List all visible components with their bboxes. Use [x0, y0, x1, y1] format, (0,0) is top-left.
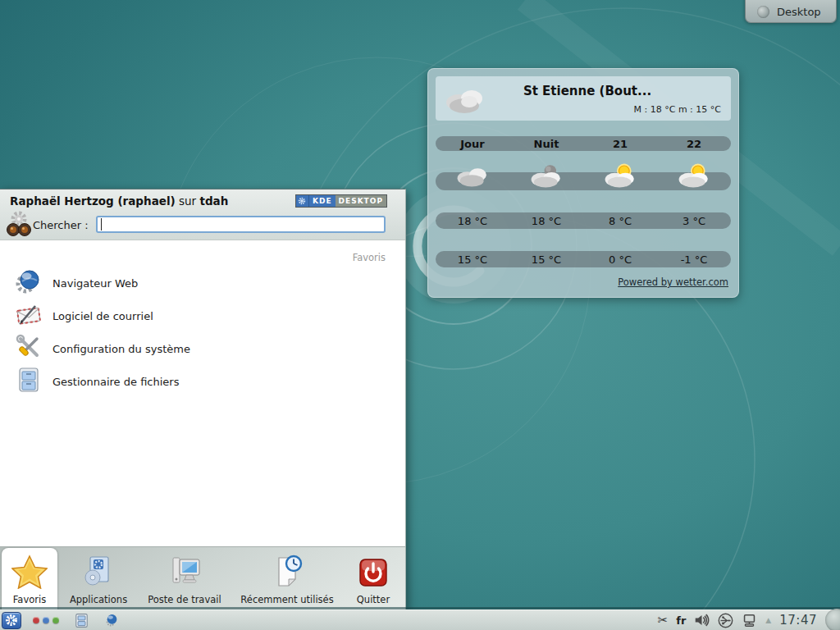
file-manager-icon: [74, 613, 89, 628]
kickoff-tab-strip: Favoris Applications: [0, 546, 405, 610]
panel-toolbox-cashew[interactable]: [825, 609, 840, 630]
weather-col-label: Nuit: [509, 138, 583, 150]
web-browser-icon: [15, 267, 43, 299]
pager-dot-icon: [33, 617, 39, 623]
system-tray: ✂ fr: [658, 609, 838, 630]
tab-label: Quitter: [357, 594, 390, 605]
badge-desktop-label: DESKTOP: [336, 195, 386, 207]
web-browser-launcher[interactable]: [104, 613, 119, 628]
temp-value: 3 °C: [657, 215, 731, 227]
temp-value: 0 °C: [583, 253, 657, 266]
weather-day-temps: 18 °C 18 °C 8 °C 3 °C: [436, 212, 731, 229]
weather-location-title: St Etienne (Bout...: [493, 84, 682, 98]
network-monitor-icon[interactable]: [742, 614, 757, 628]
weather-header: St Etienne (Bout... M : 18 °C m : 15 °C: [436, 76, 731, 121]
system-settings-icon: [15, 333, 43, 364]
temp-value: 18 °C: [436, 215, 509, 227]
menu-item-file-manager[interactable]: Gestionnaire de fichiers: [0, 365, 402, 398]
menu-item-label: Configuration du système: [52, 343, 190, 355]
desktop-folder-widget[interactable]: Desktop: [745, 0, 837, 23]
tab-label: Récemment utilisés: [240, 594, 333, 605]
menu-item-web-browser[interactable]: Navigateur Web: [0, 267, 402, 299]
kde-gear-icon: [296, 195, 308, 207]
cloudy-night-icon: [509, 172, 583, 190]
svg-text:K: K: [9, 617, 14, 624]
tab-applications[interactable]: Applications: [57, 547, 139, 610]
bottom-panel: K ✂ fr: [0, 609, 840, 630]
computer-icon: [167, 555, 203, 592]
weather-column-headers: Jour Nuit 21 22: [436, 136, 731, 151]
menu-item-label: Gestionnaire de fichiers: [52, 376, 179, 388]
device-notifier-usb-icon[interactable]: [718, 613, 733, 628]
user-connector: sur: [176, 194, 200, 208]
temp-value: 18 °C: [509, 215, 583, 227]
desktop-folder-title: Desktop: [777, 6, 821, 18]
menu-item-mail[interactable]: Logiciel de courriel: [0, 299, 402, 332]
kickoff-header: Raphaël Hertzog (raphael) sur tdah KDE D…: [0, 189, 405, 240]
volume-icon[interactable]: [694, 614, 710, 627]
weather-minmax: M : 18 °C m : 15 °C: [634, 104, 721, 115]
keyboard-layout-indicator[interactable]: fr: [676, 614, 686, 627]
file-manager-icon: [15, 366, 43, 397]
badge-kde-label: KDE: [308, 195, 336, 207]
power-icon: [357, 556, 390, 592]
temp-value: -1 °C: [657, 253, 731, 266]
menu-item-label: Navigateur Web: [52, 277, 138, 290]
kmenu-launcher-button[interactable]: K: [2, 612, 21, 629]
weather-night-temps: 15 °C 15 °C 0 °C -1 °C: [436, 251, 731, 267]
cloudy-icon: [436, 172, 509, 190]
activity-pager[interactable]: [33, 617, 59, 623]
search-input[interactable]: [96, 216, 386, 233]
menu-item-system-settings[interactable]: Configuration du système: [0, 332, 402, 365]
weather-credit-link[interactable]: Powered by wetter.com: [618, 276, 728, 288]
kickoff-user-line: Raphaël Hertzog (raphael) sur tdah: [10, 194, 228, 208]
kde-gear-icon: K: [5, 614, 18, 627]
pager-dot-icon: [52, 617, 59, 623]
weather-col-label: Jour: [436, 138, 509, 150]
temp-value: 15 °C: [436, 253, 509, 266]
recent-documents-icon: [269, 555, 305, 592]
weather-col-label: 21: [583, 138, 657, 150]
applications-icon: [80, 555, 116, 592]
tab-label: Poste de travail: [148, 594, 221, 605]
temp-value: 8 °C: [583, 215, 657, 227]
search-binoculars-icon: [5, 210, 33, 241]
tab-recemment-utilises[interactable]: Récemment utilisés: [230, 547, 345, 610]
partly-sunny-icon: [657, 172, 731, 190]
host-name: tdah: [199, 194, 228, 208]
clipboard-scissors-icon[interactable]: ✂: [658, 613, 669, 628]
web-browser-icon: [104, 613, 119, 628]
tab-poste-de-travail[interactable]: Poste de travail: [139, 547, 230, 610]
tab-favoris[interactable]: Favoris: [2, 548, 57, 610]
favorites-section-label: Favoris: [353, 252, 386, 263]
file-manager-launcher[interactable]: [74, 613, 89, 628]
weather-widget: St Etienne (Bout... M : 18 °C m : 15 °C …: [427, 68, 739, 298]
tab-quitter[interactable]: Quitter: [345, 547, 402, 610]
star-icon: [11, 555, 48, 592]
kickoff-menu: Raphaël Hertzog (raphael) sur tdah KDE D…: [0, 189, 406, 610]
cloudy-icon: [442, 83, 488, 119]
mail-icon: [15, 300, 43, 331]
user-name: Raphaël Hertzog (raphael): [10, 194, 176, 208]
kickoff-content: Favoris Navigateur Web: [0, 240, 405, 546]
search-label: Chercher :: [33, 219, 89, 231]
digital-clock[interactable]: 17:47: [779, 613, 817, 628]
weather-col-label: 22: [657, 138, 731, 150]
tray-expand-arrow-icon[interactable]: ▲: [765, 616, 771, 624]
weather-condition-row: [436, 172, 731, 190]
pager-dot-icon: [43, 617, 49, 623]
tab-label: Favoris: [13, 594, 46, 605]
kde-desktop-badge: KDE DESKTOP: [295, 194, 387, 208]
text-caret: [101, 218, 102, 231]
partly-sunny-icon: [583, 172, 657, 190]
tab-label: Applications: [70, 594, 127, 605]
menu-item-label: Logiciel de courriel: [52, 310, 153, 322]
folder-icon: [757, 6, 769, 18]
temp-value: 15 °C: [509, 253, 583, 266]
